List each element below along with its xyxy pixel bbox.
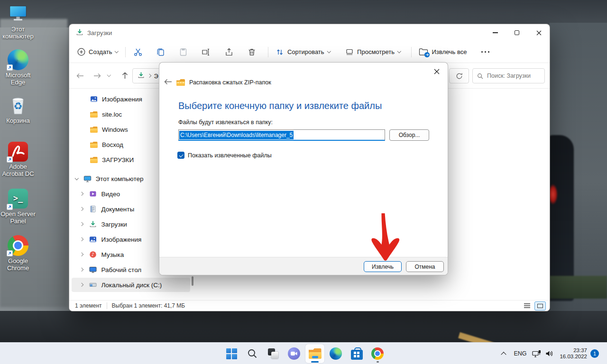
sidebar-label: ЗАГРУЗКИ <box>102 156 134 164</box>
downloads-icon <box>76 28 83 37</box>
volume-tray-button[interactable] <box>543 343 555 364</box>
recent-locations-button[interactable] <box>104 69 114 83</box>
music-icon: ♪ <box>89 251 97 259</box>
more-button[interactable] <box>476 45 495 60</box>
maximize-button[interactable] <box>506 24 528 41</box>
clock[interactable]: 23:37 16.03.2022 <box>558 343 587 364</box>
clipboard-icon <box>179 47 188 56</box>
paste-button[interactable] <box>174 45 193 60</box>
large-icons-view-toggle[interactable] <box>534 301 546 310</box>
delete-button[interactable] <box>242 45 261 60</box>
task-view-button[interactable] <box>264 344 283 363</box>
close-button[interactable] <box>528 24 550 41</box>
destination-path-input[interactable]: C:\Users\Евгений\Downloads\litemanager_5 <box>178 129 385 141</box>
maximize-icon <box>515 30 519 35</box>
desktop-icon-acrobat[interactable]: Adobe Acrobat DC <box>0 141 36 177</box>
video-icon <box>89 190 97 198</box>
view-button[interactable]: Просмотреть <box>341 45 405 59</box>
folder-icon <box>90 110 98 118</box>
plus-circle-icon <box>77 48 85 56</box>
up-button[interactable] <box>118 69 132 83</box>
folder-icon <box>90 156 98 164</box>
notification-button[interactable]: 1 <box>590 343 599 364</box>
show-extracted-checkbox[interactable] <box>177 152 184 159</box>
rename-button[interactable] <box>197 45 216 60</box>
check-icon <box>179 153 184 157</box>
explorer-titlebar: Загрузки <box>69 24 550 41</box>
browse-label: Обзор... <box>399 132 420 138</box>
store-icon <box>351 350 363 360</box>
refresh-button[interactable] <box>449 68 469 83</box>
taskbar: ENG 23:37 16.03.2022 1 <box>0 342 607 364</box>
sidebar-label: Локальный диск (C:) <box>101 282 162 289</box>
chevron-down-icon[interactable] <box>75 176 79 180</box>
extract-all-button[interactable]: Извлечь все <box>414 45 471 59</box>
arrow-right-icon <box>93 73 101 79</box>
create-label: Создать <box>89 48 112 55</box>
sidebar-label: Изображения <box>101 236 142 243</box>
view-label: Просмотреть <box>357 48 395 55</box>
chat-button[interactable] <box>285 344 304 363</box>
desktop-icon-label: Этот компьютер <box>0 26 36 40</box>
start-button[interactable] <box>222 344 241 363</box>
desktop-icon-edge[interactable]: Microsoft Edge <box>0 49 36 86</box>
sidebar-label: Восход <box>102 141 123 148</box>
chevron-right-icon[interactable] <box>80 222 83 226</box>
chevron-down-icon <box>327 49 331 53</box>
forward-button[interactable] <box>90 69 104 83</box>
sidebar-label: Этот компьютер <box>96 175 144 182</box>
desktop-icon-chrome[interactable]: Google Chrome <box>0 235 36 272</box>
desktop-icon-recycle-bin[interactable]: ♻ Корзина <box>0 95 36 124</box>
dialog-close-button[interactable] <box>429 64 445 79</box>
copy-button[interactable] <box>151 45 170 60</box>
browse-button[interactable]: Обзор... <box>389 129 429 141</box>
share-button[interactable] <box>220 45 239 60</box>
file-explorer-button[interactable] <box>305 344 324 363</box>
chevron-right-icon[interactable] <box>80 268 83 272</box>
search-icon <box>247 348 258 359</box>
details-view-icon[interactable] <box>524 303 531 309</box>
edge-button[interactable] <box>326 344 345 363</box>
trash-icon <box>247 47 257 57</box>
network-tray-button[interactable] <box>531 343 543 364</box>
language-indicator[interactable]: ENG <box>512 343 528 364</box>
view-layout-icon <box>345 48 354 56</box>
sort-button[interactable]: Сортировать <box>271 45 334 59</box>
sidebar-label: site.loc <box>102 111 122 118</box>
taskbar-search-button[interactable] <box>243 344 262 363</box>
chevron-right-icon[interactable] <box>80 253 83 256</box>
desktop-icon-this-pc[interactable]: Этот компьютер <box>0 4 36 40</box>
store-button[interactable] <box>347 344 366 363</box>
desktop-icon-label: Open Server Panel <box>0 210 36 225</box>
chevron-right-icon[interactable] <box>80 237 83 241</box>
chevron-right-icon[interactable] <box>80 192 83 196</box>
chevron-right-icon[interactable] <box>80 207 83 211</box>
create-button[interactable]: Создать <box>73 45 122 59</box>
sidebar-item-local-disk-c[interactable]: Локальный диск (C:) <box>72 278 190 292</box>
chevron-right-icon[interactable] <box>80 283 83 287</box>
minimize-button[interactable] <box>484 24 506 41</box>
dialog-back-button[interactable] <box>164 79 172 86</box>
arrow-left-icon <box>76 73 84 79</box>
disk-icon <box>89 281 97 289</box>
desktop-icon-label: Microsoft Edge <box>0 72 36 86</box>
chrome-button[interactable] <box>368 344 387 363</box>
tray-time: 23:37 <box>560 347 587 354</box>
chat-icon <box>288 347 300 360</box>
cancel-button[interactable]: Отмена <box>406 261 444 272</box>
tray-show-hidden-button[interactable] <box>498 343 509 364</box>
sidebar-scrollbar[interactable] <box>192 276 193 286</box>
scissors-icon <box>133 47 143 57</box>
desktop-icon-label: Adobe Acrobat DC <box>0 163 36 177</box>
svg-text:♪: ♪ <box>92 252 94 257</box>
zip-folder-icon <box>176 79 185 86</box>
tray-date: 16.03.2022 <box>560 354 587 360</box>
zip-extract-dialog: Распаковка сжатых ZIP-папок Выберите кон… <box>159 62 448 275</box>
chrome-icon <box>8 235 28 256</box>
desktop-icon-open-server[interactable]: >_ Open Server Panel <box>0 189 36 225</box>
windows-logo-icon <box>226 348 237 359</box>
arrow-left-icon <box>164 79 172 85</box>
search-box[interactable]: Поиск: Загрузки <box>472 68 545 83</box>
cut-button[interactable] <box>129 45 147 60</box>
back-button[interactable] <box>73 69 87 83</box>
